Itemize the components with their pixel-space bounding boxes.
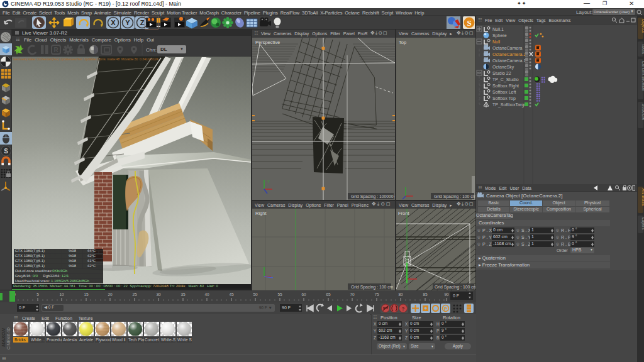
svg-text:65: 65 (326, 292, 331, 297)
svg-text:75: 75 (374, 292, 379, 297)
svg-text:70: 70 (350, 292, 355, 297)
svg-text:Grid Spacing : 100 cm: Grid Spacing : 100 cm (435, 285, 475, 290)
svg-text:OctaneCamera.2: OctaneCamera.2 (492, 52, 526, 57)
svg-text:Procedu: Procedu (47, 337, 62, 342)
svg-text:S: S (4, 148, 8, 155)
svg-text:Acetate: Acetate (79, 337, 93, 342)
svg-text:White...: White... (31, 337, 45, 342)
svg-text:?: ? (402, 306, 405, 312)
svg-text:Softbox Left: Softbox Left (492, 90, 516, 94)
svg-text:White S: White S (177, 337, 192, 342)
svg-text:Null.1: Null.1 (492, 27, 504, 31)
svg-text:P: P (444, 307, 447, 311)
svg-text:Grid Spacing : 100000 cm: Grid Spacing : 100000 cm (351, 194, 395, 199)
svg-text:Bricks: Bricks (14, 337, 26, 342)
svg-text:Y: Y (125, 19, 130, 26)
svg-text:R: R (53, 47, 58, 53)
svg-text:OctaneCamera: OctaneCamera (492, 46, 523, 50)
svg-text:Takes: Takes (641, 43, 644, 55)
svg-text:Wood li: Wood li (112, 337, 126, 342)
svg-text:5: 5 (36, 292, 39, 297)
svg-text:Tech Pla: Tech Pla (128, 337, 144, 342)
svg-text:85: 85 (423, 292, 428, 297)
svg-text:10: 10 (59, 292, 64, 297)
svg-text:25: 25 (132, 292, 137, 297)
svg-text:OctaneSky: OctaneSky (492, 65, 514, 70)
svg-text:50: 50 (253, 292, 258, 297)
svg-text:45: 45 (229, 292, 234, 297)
svg-text:Y: Y (267, 180, 270, 184)
svg-text:Softbox Right: Softbox Right (492, 84, 519, 89)
svg-text:Softbox Top: Softbox Top (492, 96, 516, 101)
svg-text:80: 80 (398, 292, 403, 297)
svg-text:TP_C_Studio: TP_C_Studio (492, 77, 519, 82)
svg-text:Sphere: Sphere (492, 33, 507, 38)
svg-text:30: 30 (156, 292, 161, 297)
svg-text:White-S: White-S (161, 337, 176, 342)
svg-text:Null: Null (492, 40, 501, 44)
svg-text:15: 15 (84, 292, 89, 297)
svg-text:90: 90 (444, 292, 449, 297)
svg-text:TP_SoftboxTarget: TP_SoftboxTarget (492, 102, 528, 107)
svg-text:40: 40 (204, 292, 209, 297)
svg-text:Concret: Concret (145, 337, 159, 342)
svg-text:55: 55 (277, 292, 282, 297)
svg-text:20: 20 (108, 292, 113, 297)
svg-text:0 F: 0 F (453, 293, 459, 298)
svg-text:Studio 22: Studio 22 (492, 71, 511, 75)
svg-text:35: 35 (180, 292, 186, 297)
svg-text:Grid Spacing : 100 cm: Grid Spacing : 100 cm (434, 194, 475, 199)
svg-text:S: S (467, 18, 471, 28)
svg-text:Attributes: Attributes (641, 189, 644, 206)
svg-text:Plywood: Plywood (96, 337, 111, 343)
svg-text:60: 60 (301, 292, 306, 297)
svg-text:Grid Spacing : 100 cm: Grid Spacing : 100 cm (351, 285, 394, 290)
svg-text:X: X (111, 19, 116, 26)
svg-text:OctaneCamera.1: OctaneCamera.1 (492, 58, 526, 63)
svg-text:Ardesia: Ardesia (63, 337, 77, 342)
svg-text:Content Browser: Content Browser (641, 61, 644, 92)
svg-text:Structure: Structure (641, 104, 644, 121)
svg-text:Z: Z (140, 19, 145, 26)
